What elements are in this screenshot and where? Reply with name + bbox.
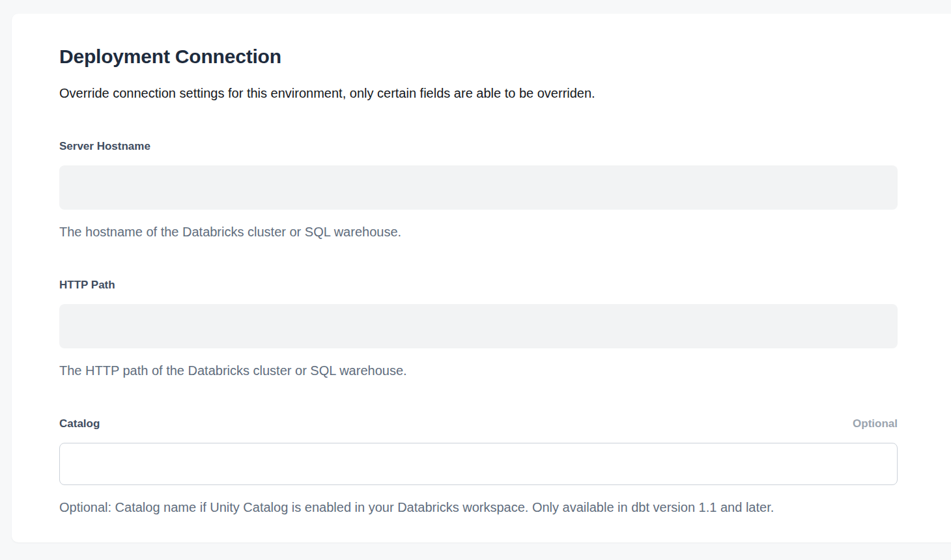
card-content: Deployment Connection Override connectio… [59,44,898,516]
server-hostname-label-row: Server Hostname [59,139,898,154]
server-hostname-label: Server Hostname [59,139,150,154]
page-title: Deployment Connection [59,44,898,68]
deployment-connection-card: Deployment Connection Override connectio… [12,14,951,542]
field-http-path: HTTP Path The HTTP path of the Databrick… [59,277,898,380]
field-server-hostname: Server Hostname The hostname of the Data… [59,139,898,241]
catalog-optional-tag: Optional [853,416,898,432]
page-subtitle: Override connection settings for this en… [59,84,898,102]
http-path-helper: The HTTP path of the Databricks cluster … [59,361,898,380]
server-hostname-helper: The hostname of the Databricks cluster o… [59,223,898,241]
http-path-label-row: HTTP Path [59,277,898,293]
server-hostname-input [59,165,898,210]
field-catalog: Catalog Optional Optional: Catalog name … [59,416,898,516]
http-path-input [59,304,898,348]
catalog-helper: Optional: Catalog name if Unity Catalog … [59,498,898,516]
catalog-label: Catalog [59,416,100,432]
http-path-label: HTTP Path [59,277,115,293]
catalog-label-row: Catalog Optional [59,416,898,432]
catalog-input[interactable] [59,443,898,485]
